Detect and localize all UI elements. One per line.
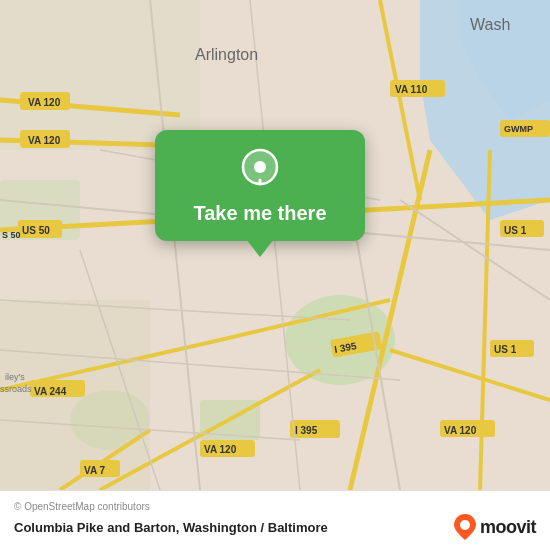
svg-text:VA 110: VA 110 — [395, 84, 428, 95]
svg-text:Wash: Wash — [470, 16, 510, 33]
credit-row: © OpenStreetMap contributors — [14, 501, 536, 512]
moovit-text: moovit — [480, 517, 536, 538]
svg-text:US 1: US 1 — [504, 225, 527, 236]
bottom-bar: © OpenStreetMap contributors Columbia Pi… — [0, 490, 550, 550]
popup-card[interactable]: Take me there — [155, 130, 365, 241]
svg-text:VA 120: VA 120 — [28, 97, 61, 108]
svg-text:VA 120: VA 120 — [204, 444, 237, 455]
svg-text:US 50: US 50 — [22, 225, 50, 236]
svg-text:iley's: iley's — [5, 372, 25, 382]
take-me-there-button[interactable]: Take me there — [193, 202, 326, 225]
svg-text:ssroads: ssroads — [0, 384, 32, 394]
map-container[interactable]: VA 120 VA 120 US 50 VA 244 VA 110 I 395 … — [0, 0, 550, 490]
location-pin-icon — [238, 148, 282, 192]
info-row: Columbia Pike and Barton, Washington / B… — [14, 514, 536, 540]
svg-text:VA 120: VA 120 — [444, 425, 477, 436]
bottom-content: © OpenStreetMap contributors Columbia Pi… — [14, 501, 536, 540]
location-name: Columbia Pike and Barton, Washington / B… — [14, 520, 328, 535]
svg-text:VA 244: VA 244 — [34, 386, 67, 397]
moovit-pin-icon — [454, 514, 476, 540]
svg-text:VA 120: VA 120 — [28, 135, 61, 146]
svg-point-62 — [254, 161, 266, 173]
svg-point-63 — [460, 520, 470, 530]
svg-text:S 50: S 50 — [2, 230, 21, 240]
svg-text:VA 7: VA 7 — [84, 465, 106, 476]
svg-rect-7 — [0, 0, 200, 150]
svg-text:US 1: US 1 — [494, 344, 517, 355]
svg-text:I 395: I 395 — [295, 425, 318, 436]
svg-text:GWMP: GWMP — [504, 124, 533, 134]
svg-text:Arlington: Arlington — [195, 46, 258, 63]
osm-credit: © OpenStreetMap contributors — [14, 501, 150, 512]
moovit-logo: moovit — [454, 514, 536, 540]
